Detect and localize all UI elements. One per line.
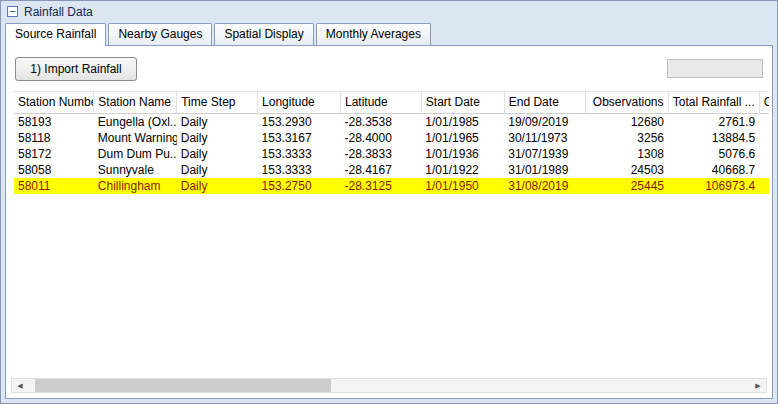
cell: 2761.9 xyxy=(668,114,759,131)
column-header[interactable]: Station Number xyxy=(14,92,94,114)
scrollbar-thumb[interactable] xyxy=(35,379,331,392)
column-header[interactable]: Observations xyxy=(585,92,668,114)
grid-body: 58193Eungella (Oxl...Daily153.2930-28.35… xyxy=(14,114,769,195)
scroll-left-button[interactable]: ◀ xyxy=(12,379,28,392)
table-row[interactable]: 58193Eungella (Oxl...Daily153.2930-28.35… xyxy=(14,114,769,131)
cell: 58118 xyxy=(14,130,94,146)
cell: -28.3833 xyxy=(341,146,422,162)
cell: Daily xyxy=(177,130,258,146)
cell: -28.3538 xyxy=(341,114,422,131)
panel-titlebar: − Rainfall Data xyxy=(1,1,777,22)
tab-monthly-averages[interactable]: Monthly Averages xyxy=(316,23,431,45)
cell: Mount Warning xyxy=(94,130,177,146)
cell: Sunnyvale xyxy=(94,162,177,178)
column-header[interactable]: Covere xyxy=(759,92,769,114)
cell: 19/09/2019 xyxy=(504,114,585,131)
cell: 1/01/1950 xyxy=(421,178,504,194)
cell: 153.2750 xyxy=(258,178,341,194)
grid-header-row: Station NumberStation NameTime StepLongi… xyxy=(14,92,769,114)
scroll-right-button[interactable]: ▶ xyxy=(750,379,766,392)
cell: 24503 xyxy=(585,162,668,178)
tab-strip: Source RainfallNearby GaugesSpatial Disp… xyxy=(1,22,777,45)
cell: 153.3167 xyxy=(258,130,341,146)
tab-nearby-gauges[interactable]: Nearby Gauges xyxy=(108,23,212,45)
rainfall-data-panel: − Rainfall Data Source RainfallNearby Ga… xyxy=(0,0,778,404)
collapse-icon[interactable]: − xyxy=(7,6,18,17)
cell xyxy=(759,114,769,131)
cell: 30/11/1973 xyxy=(504,130,585,146)
cell: 31/08/2019 xyxy=(504,178,585,194)
tab-spatial-display[interactable]: Spatial Display xyxy=(214,23,313,45)
column-header[interactable]: End Date xyxy=(504,92,585,114)
cell: -28.3125 xyxy=(341,178,422,194)
table-row[interactable]: 58058SunnyvaleDaily153.3333-28.41671/01/… xyxy=(14,162,769,178)
cell: 12680 xyxy=(585,114,668,131)
cell: Daily xyxy=(177,178,258,194)
column-header[interactable]: Time Step xyxy=(177,92,258,114)
cell: 58058 xyxy=(14,162,94,178)
cell: Chillingham xyxy=(94,178,177,194)
source-rainfall-tab-page: 1) Import Rainfall Station NumberStation… xyxy=(5,45,773,399)
table-row[interactable]: 58011ChillinghamDaily153.2750-28.31251/0… xyxy=(14,178,769,194)
cell: 1/01/1936 xyxy=(421,146,504,162)
cell: Dum Dum Pu... xyxy=(94,146,177,162)
cell: -28.4000 xyxy=(341,130,422,146)
column-header[interactable]: Station Name xyxy=(94,92,177,114)
stations-table: Station NumberStation NameTime StepLongi… xyxy=(14,92,769,194)
import-rainfall-button[interactable]: 1) Import Rainfall xyxy=(15,57,137,81)
table-row[interactable]: 58172Dum Dum Pu...Daily153.3333-28.38331… xyxy=(14,146,769,162)
cell: 13884.5 xyxy=(668,130,759,146)
tab-source-rainfall[interactable]: Source Rainfall xyxy=(5,23,106,46)
cell: Daily xyxy=(177,162,258,178)
column-header[interactable]: Latitude xyxy=(341,92,422,114)
cell: 31/01/1989 xyxy=(504,162,585,178)
cell: Eungella (Oxl... xyxy=(94,114,177,131)
cell xyxy=(759,146,769,162)
cell: 1308 xyxy=(585,146,668,162)
cell: 106973.4 xyxy=(668,178,759,194)
cell: 58011 xyxy=(14,178,94,194)
cell: Daily xyxy=(177,114,258,131)
progress-placeholder-box xyxy=(667,59,763,78)
table-row[interactable]: 58118Mount WarningDaily153.3167-28.40001… xyxy=(14,130,769,146)
column-header[interactable]: Total Rainfall ... xyxy=(668,92,759,114)
cell xyxy=(759,130,769,146)
cell: 3256 xyxy=(585,130,668,146)
cell: 1/01/1985 xyxy=(421,114,504,131)
cell: 31/07/1939 xyxy=(504,146,585,162)
cell: 153.2930 xyxy=(258,114,341,131)
cell: 153.3333 xyxy=(258,146,341,162)
scrollbar-track[interactable] xyxy=(28,379,750,392)
cell: 58172 xyxy=(14,146,94,162)
cell: -28.4167 xyxy=(341,162,422,178)
cell xyxy=(759,162,769,178)
cell: 1/01/1922 xyxy=(421,162,504,178)
cell xyxy=(759,178,769,194)
panel-title: Rainfall Data xyxy=(24,5,93,19)
cell: 25445 xyxy=(585,178,668,194)
cell: 5076.6 xyxy=(668,146,759,162)
cell: Daily xyxy=(177,146,258,162)
column-header[interactable]: Start Date xyxy=(421,92,504,114)
cell: 40668.7 xyxy=(668,162,759,178)
horizontal-scrollbar: ◀ ▶ xyxy=(11,378,767,393)
cell: 153.3333 xyxy=(258,162,341,178)
cell: 58193 xyxy=(14,114,94,131)
stations-grid: Station NumberStation NameTime StepLongi… xyxy=(14,91,769,373)
column-header[interactable]: Longitude xyxy=(258,92,341,114)
cell: 1/01/1965 xyxy=(421,130,504,146)
